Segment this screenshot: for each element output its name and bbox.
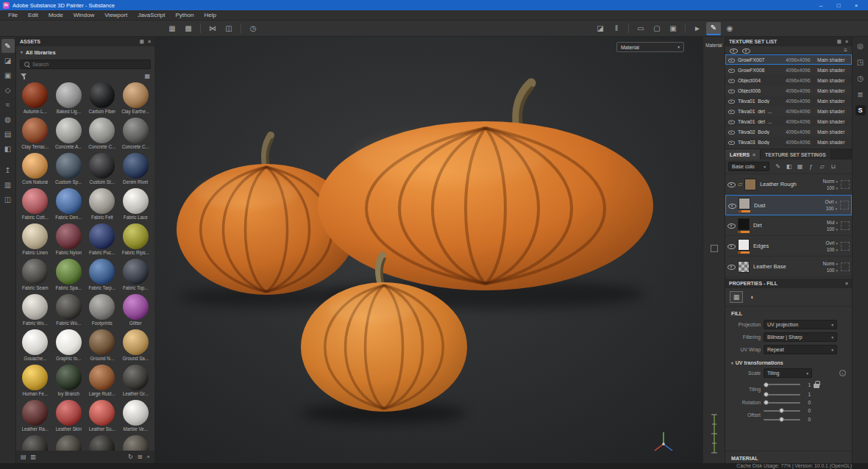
dock-icon[interactable] — [837, 39, 842, 45]
opacity-dropdown[interactable]: 100 — [827, 247, 838, 252]
asset-item[interactable]: Carbon Fiber — [85, 82, 119, 118]
add-asset-icon[interactable] — [146, 454, 150, 460]
asset-item[interactable]: Footprints — [85, 294, 119, 329]
visibility-eye-icon[interactable] — [728, 129, 735, 134]
add-fill-layer-icon[interactable]: ◧ — [784, 163, 794, 170]
texture-set-shader[interactable]: Main shader — [817, 57, 850, 62]
close-icon[interactable] — [148, 39, 151, 44]
pause-engine-icon[interactable]: ‖ — [609, 22, 624, 35]
opacity-dropdown[interactable]: 100 — [827, 226, 838, 232]
snap-icon[interactable]: ◫ — [221, 22, 236, 35]
offset-u-slider[interactable] — [764, 410, 800, 412]
layer-mask-slot[interactable] — [841, 242, 850, 251]
community-assets-icon[interactable]: ◳ — [855, 57, 867, 68]
asset-item[interactable]: Leather Gr... — [119, 365, 153, 400]
brush-icon[interactable]: ✎ — [706, 22, 721, 35]
shelf-icon[interactable]: ≣ — [855, 89, 867, 100]
asset-item[interactable]: Fabric Top... — [119, 259, 153, 294]
projection-dropdown[interactable]: UV projection — [764, 320, 837, 329]
menu-item[interactable]: Python — [171, 10, 199, 21]
asset-item[interactable] — [18, 435, 52, 451]
smudge-tool[interactable]: ≈ — [1, 98, 15, 112]
maximize-button[interactable]: □ — [830, 2, 847, 9]
camera-settings-icon[interactable]: ▣ — [666, 22, 680, 35]
asset-item[interactable]: Fabric Wo... — [52, 294, 86, 329]
visibility-eye-icon[interactable] — [728, 67, 735, 72]
blend-mode-dropdown[interactable]: Ovrl — [826, 240, 838, 246]
opacity-dropdown[interactable]: 100 — [827, 185, 838, 190]
grid-view-icon[interactable] — [144, 73, 150, 79]
uv-wrap-dropdown[interactable]: Repeat — [764, 345, 837, 354]
asset-item[interactable]: Concrete C... — [119, 118, 153, 153]
asset-item[interactable] — [119, 435, 153, 451]
layer-visibility-icon[interactable] — [728, 222, 736, 229]
pointer-icon[interactable]: ► — [690, 22, 705, 35]
rotation-slider[interactable] — [764, 402, 800, 404]
visibility-eye-icon[interactable] — [728, 98, 735, 103]
texture-set-shader[interactable]: Main shader — [817, 109, 850, 114]
paint-grid-icon[interactable]: ▦ — [165, 22, 179, 35]
scale-dropdown[interactable]: Tiling — [764, 368, 812, 378]
display-settings-icon[interactable]: ◎ — [855, 40, 867, 51]
close-icon[interactable] — [845, 39, 848, 44]
asset-item[interactable]: Ivy Branch — [52, 365, 86, 400]
add-effect-icon[interactable]: ƒ — [806, 163, 816, 170]
blend-mode-dropdown[interactable]: Ovrl — [825, 199, 837, 204]
tiling-lock-icon[interactable] — [814, 381, 819, 388]
perspective-icon[interactable]: ◪ — [593, 22, 608, 35]
minimize-button[interactable]: – — [812, 2, 830, 9]
visibility-eye-icon[interactable] — [728, 108, 735, 113]
isolate-eye-icon[interactable] — [742, 47, 750, 54]
clone-tool[interactable]: ◍ — [1, 112, 15, 126]
tablet-icon[interactable]: ▭ — [633, 22, 648, 35]
asset-item[interactable]: Concrete C... — [85, 118, 119, 153]
tab-layers[interactable]: LAYERS — [725, 149, 761, 160]
display-toggle-icon[interactable]: ◫ — [1, 193, 15, 207]
add-folder-icon[interactable]: ▱ — [817, 163, 827, 170]
asset-item[interactable]: Autumn L... — [18, 82, 52, 118]
search-input[interactable] — [32, 62, 147, 67]
history-icon[interactable]: ◷ — [855, 73, 867, 84]
asset-item[interactable]: Clay Earthe... — [119, 82, 153, 118]
tiling-u-slider[interactable] — [764, 384, 800, 385]
delete-layer-icon[interactable]: ⊔ — [828, 163, 838, 170]
asset-item[interactable]: Baked Lig... — [52, 82, 86, 118]
refresh-icon[interactable] — [128, 454, 133, 460]
close-icon[interactable] — [845, 281, 848, 286]
asset-item[interactable]: Fabric Rips... — [119, 223, 153, 259]
asset-item[interactable]: Fabric Den... — [52, 188, 86, 223]
layer-mask-slot[interactable] — [840, 201, 849, 210]
visibility-eye-icon[interactable] — [728, 57, 735, 62]
blend-mode-dropdown[interactable]: Mul — [827, 220, 838, 225]
quick-mask-tool[interactable]: ◧ — [1, 142, 15, 156]
texture-set-shader[interactable]: Main shader — [817, 88, 850, 93]
capture-icon[interactable]: ◉ — [722, 22, 737, 35]
lazy-mouse-icon[interactable]: ◷ — [246, 22, 260, 35]
channel-filter-dropdown[interactable]: Base colo — [728, 162, 769, 171]
visibility-eye-icon[interactable] — [728, 139, 735, 144]
opacity-dropdown[interactable]: 100 — [826, 206, 837, 211]
layer-visibility-icon[interactable] — [728, 263, 736, 270]
asset-item[interactable]: Large Rust... — [85, 365, 119, 400]
texture-set-shader[interactable]: Main shader — [817, 68, 850, 73]
layer-row[interactable]: Leather Base Norm 100 — [725, 257, 852, 277]
asset-item[interactable]: Fabric Puc... — [85, 223, 119, 259]
asset-item[interactable]: Leather Ra... — [18, 400, 52, 435]
add-paint-layer-icon[interactable]: ✎ — [773, 163, 783, 170]
asset-item[interactable]: Ground Sa... — [119, 329, 153, 365]
menu-item[interactable]: JavaScript — [132, 10, 170, 21]
asset-item[interactable] — [85, 435, 119, 451]
texture-set-shader[interactable]: Main shader — [817, 99, 850, 104]
texture-set-row[interactable]: Tikva01_Body 4096x4096 Main shader — [725, 96, 852, 106]
material-picker-tool[interactable]: ▤ — [1, 127, 15, 141]
blend-mode-dropdown[interactable]: Norm — [823, 261, 838, 266]
substance-logo[interactable]: S — [855, 105, 866, 115]
asset-item[interactable]: Clay Terrac... — [18, 118, 52, 153]
filtering-dropdown[interactable]: Bilinear | Sharp — [764, 332, 837, 342]
layer-visibility-icon[interactable] — [728, 202, 736, 209]
asset-item[interactable]: Fabric Nylon — [52, 223, 86, 259]
layer-mask-slot[interactable] — [841, 221, 850, 230]
asset-item[interactable]: Fabric Felt — [85, 188, 119, 223]
asset-item[interactable]: Concrete A... — [52, 118, 86, 153]
asset-item[interactable]: Ground N... — [85, 329, 119, 365]
